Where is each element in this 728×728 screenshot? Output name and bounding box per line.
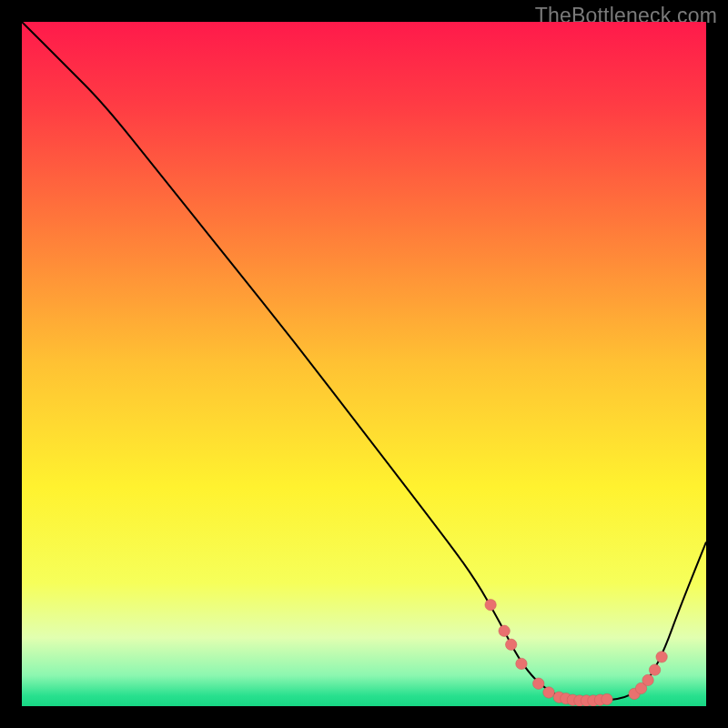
data-marker xyxy=(533,678,544,689)
data-marker xyxy=(499,625,510,636)
data-marker xyxy=(602,693,612,704)
bottleneck-chart xyxy=(22,22,706,706)
data-marker xyxy=(516,658,527,669)
data-marker xyxy=(649,664,660,675)
data-marker xyxy=(505,639,516,650)
data-marker xyxy=(642,674,653,685)
data-marker xyxy=(485,600,496,611)
gradient-background xyxy=(22,22,706,706)
data-marker xyxy=(656,652,667,662)
data-marker xyxy=(543,687,554,698)
plot-area xyxy=(22,22,706,706)
chart-stage: TheBottleneck.com xyxy=(0,0,728,728)
